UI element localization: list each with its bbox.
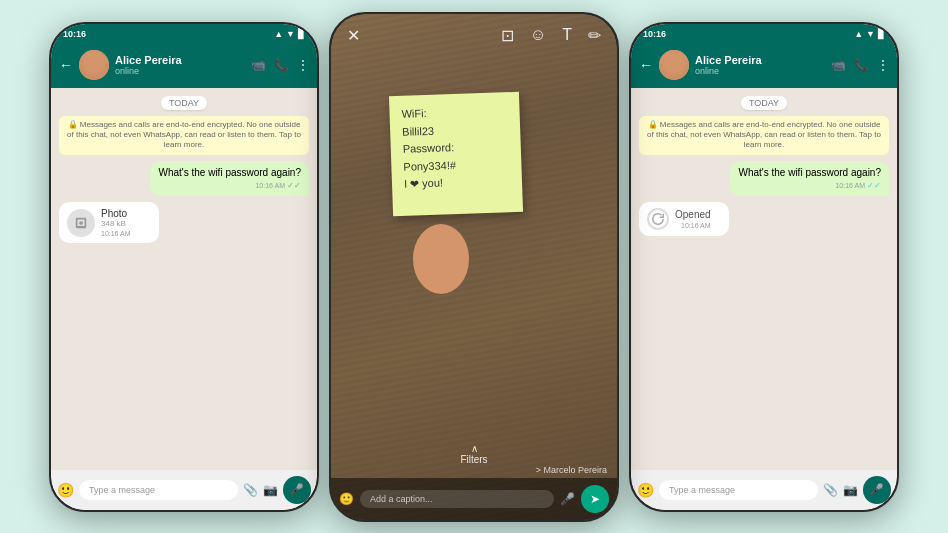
- time-right: 10:16: [643, 29, 666, 39]
- back-button-left[interactable]: ←: [59, 57, 73, 73]
- crop-icon[interactable]: ⊡: [501, 26, 514, 45]
- message-text-right: What's the wifi password again?: [738, 166, 881, 179]
- opened-icon: [647, 208, 669, 230]
- message-out-right: What's the wifi password again? 10:16 AM…: [730, 161, 889, 196]
- photo-time-left: 10:16 AM: [101, 230, 131, 237]
- phone-icon[interactable]: 📞: [274, 58, 289, 72]
- note-line5: I ❤ you!: [404, 172, 511, 193]
- caption-bar: 🙂 Add a caption... 🎤 ➤: [331, 478, 617, 520]
- text-tool-icon[interactable]: T: [562, 26, 572, 45]
- status-bar-right: 10:16 ▲ ▼ ▊: [631, 24, 897, 42]
- phone-middle: ✕ ⊡ ☺ T ✏ WiFi: Billil23 Password: Pony3…: [329, 12, 619, 522]
- encryption-notice-left: 🔒 Messages and calls are end-to-end encr…: [59, 116, 309, 155]
- opened-title-right: Opened: [675, 209, 711, 220]
- battery-icon-right: ▊: [878, 29, 885, 39]
- video-call-icon-right[interactable]: 📹: [831, 58, 846, 72]
- sender-name: > Marcelo Pereira: [536, 465, 607, 475]
- date-badge-right: TODAY: [741, 96, 787, 110]
- opened-time-right: 10:16 AM: [675, 222, 711, 229]
- sticky-note-container: WiFi: Billil23 Password: Pony334!# I ❤ y…: [391, 94, 521, 214]
- camera-toolbar: ✕ ⊡ ☺ T ✏: [331, 14, 617, 57]
- photo-info-left: Photo 348 kB 10:16 AM: [101, 208, 131, 237]
- filters-bar: ∧ Filters: [331, 443, 617, 465]
- check-icon-left: ✓✓: [287, 181, 301, 191]
- message-time-out-right: 10:16 AM ✓✓: [738, 181, 881, 191]
- contact-info-left: Alice Pereira online: [115, 54, 245, 76]
- photo-title-left: Photo: [101, 208, 131, 219]
- wifi-icon: ▼: [286, 29, 295, 39]
- menu-icon-right[interactable]: ⋮: [877, 58, 889, 72]
- phones-container: 10:16 ▲ ▼ ▊ ← Alice Pereira online 📹: [0, 0, 948, 533]
- signal-icon-right: ▲: [854, 29, 863, 39]
- time-left: 10:16: [63, 29, 86, 39]
- close-camera-icon[interactable]: ✕: [347, 26, 360, 45]
- message-text-left: What's the wifi password again?: [158, 166, 301, 179]
- filters-arrow: ∧: [331, 443, 617, 454]
- phone-left: 10:16 ▲ ▼ ▊ ← Alice Pereira online 📹: [49, 22, 319, 512]
- header-icons-right: 📹 📞 ⋮: [831, 58, 889, 72]
- opened-bubble-right: Opened 10:16 AM: [639, 202, 729, 236]
- message-input-left[interactable]: Type a message: [79, 480, 238, 500]
- send-icon-middle: ➤: [590, 492, 600, 506]
- sticky-note: WiFi: Billil23 Password: Pony334!# I ❤ y…: [389, 91, 523, 215]
- mic-icon-right: 🎤: [870, 483, 884, 496]
- message-out-left: What's the wifi password again? 10:16 AM…: [150, 161, 309, 196]
- emoji-icon-right[interactable]: 🙂: [637, 482, 654, 498]
- chat-header-left: ← Alice Pereira online 📹 📞 ⋮: [51, 42, 317, 88]
- hand-svg: [401, 204, 481, 294]
- emoji-camera-icon[interactable]: ☺: [530, 26, 546, 45]
- status-bar-left: 10:16 ▲ ▼ ▊: [51, 24, 317, 42]
- mic-button-left[interactable]: 🎤: [283, 476, 311, 504]
- photo-size-left: 348 kB: [101, 219, 131, 228]
- mic-icon-left: 🎤: [290, 483, 304, 496]
- avatar-left: [79, 50, 109, 80]
- contact-status-right: online: [695, 66, 825, 76]
- mic-button-right[interactable]: 🎤: [863, 476, 891, 504]
- video-call-icon[interactable]: 📹: [251, 58, 266, 72]
- wifi-icon-right: ▼: [866, 29, 875, 39]
- header-icons-left: 📹 📞 ⋮: [251, 58, 309, 72]
- camera-view: ✕ ⊡ ☺ T ✏ WiFi: Billil23 Password: Pony3…: [331, 14, 617, 520]
- contact-name-left: Alice Pereira: [115, 54, 245, 66]
- avatar-right: [659, 50, 689, 80]
- battery-icon: ▊: [298, 29, 305, 39]
- date-badge-left: TODAY: [161, 96, 207, 110]
- filters-label[interactable]: Filters: [331, 454, 617, 465]
- mic-caption-icon[interactable]: 🎤: [560, 492, 575, 506]
- phone-icon-right[interactable]: 📞: [854, 58, 869, 72]
- chat-body-right: TODAY 🔒 Messages and calls are end-to-en…: [631, 88, 897, 470]
- attach-icon-left[interactable]: 📎: [243, 483, 258, 497]
- emoji-icon-left[interactable]: 🙂: [57, 482, 74, 498]
- chat-body-left: TODAY 🔒 Messages and calls are end-to-en…: [51, 88, 317, 470]
- send-button-middle[interactable]: ➤: [581, 485, 609, 513]
- camera-icon-right[interactable]: 📷: [843, 483, 858, 497]
- status-icons-right: ▲ ▼ ▊: [854, 29, 885, 39]
- photo-icon-left: [67, 209, 95, 237]
- phone-right: 10:16 ▲ ▼ ▊ ← Alice Pereira online 📹: [629, 22, 899, 512]
- draw-icon[interactable]: ✏: [588, 26, 601, 45]
- check-icon-right: ✓✓: [867, 181, 881, 191]
- input-bar-right: 🙂 Type a message 📎 📷 🎤: [631, 470, 897, 510]
- contact-name-right: Alice Pereira: [695, 54, 825, 66]
- svg-rect-1: [421, 234, 461, 269]
- caption-input[interactable]: Add a caption...: [360, 490, 554, 508]
- contact-status-left: online: [115, 66, 245, 76]
- camera-icon-left[interactable]: 📷: [263, 483, 278, 497]
- input-bar-left: 🙂 Type a message 📎 📷 🎤: [51, 470, 317, 510]
- encryption-notice-right: 🔒 Messages and calls are end-to-end encr…: [639, 116, 889, 155]
- back-button-right[interactable]: ←: [639, 57, 653, 73]
- caption-emoji-icon[interactable]: 🙂: [339, 492, 354, 506]
- message-time-out-left: 10:16 AM ✓✓: [158, 181, 301, 191]
- status-icons-left: ▲ ▼ ▊: [274, 29, 305, 39]
- camera-tools-group: ⊡ ☺ T ✏: [501, 26, 601, 45]
- photo-bubble-left: Photo 348 kB 10:16 AM: [59, 202, 159, 243]
- attach-icon-right[interactable]: 📎: [823, 483, 838, 497]
- menu-icon[interactable]: ⋮: [297, 58, 309, 72]
- opened-info-right: Opened 10:16 AM: [675, 209, 711, 229]
- chat-header-right: ← Alice Pereira online 📹 📞 ⋮: [631, 42, 897, 88]
- contact-info-right: Alice Pereira online: [695, 54, 825, 76]
- message-input-right[interactable]: Type a message: [659, 480, 818, 500]
- signal-icon: ▲: [274, 29, 283, 39]
